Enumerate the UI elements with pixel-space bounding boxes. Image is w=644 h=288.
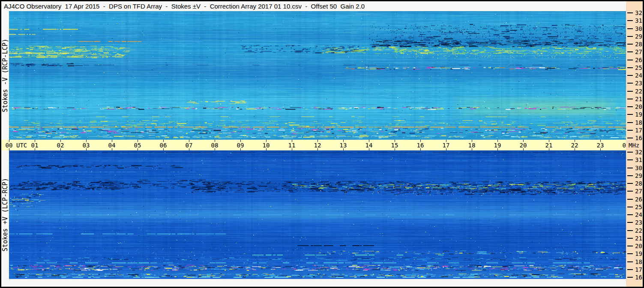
freq-tick bbox=[627, 175, 633, 176]
freq-tick bbox=[627, 246, 633, 246]
time-label: 08 bbox=[211, 142, 219, 149]
freq-tick bbox=[627, 114, 633, 115]
freq-tick bbox=[627, 261, 633, 262]
freq-label: 19 bbox=[635, 111, 643, 118]
freq-label: 32 bbox=[635, 9, 643, 16]
bottom-margin-strip bbox=[1, 279, 626, 287]
freq-label: 23 bbox=[635, 80, 643, 87]
freq-tick bbox=[627, 199, 633, 200]
freq-tick bbox=[627, 36, 633, 37]
freq-label: 22 bbox=[635, 88, 643, 95]
freq-tick bbox=[627, 106, 633, 107]
freq-tick bbox=[627, 238, 633, 239]
time-label: 18 bbox=[468, 142, 476, 149]
time-label: 16 bbox=[417, 142, 424, 149]
time-label: 06 bbox=[160, 142, 167, 149]
freq-tick bbox=[627, 75, 633, 76]
time-label: 07 bbox=[186, 142, 193, 149]
title-bar: AJ4CO Observatory 17 Apr 2015 - DPS on T… bbox=[1, 1, 626, 11]
time-axis-unit-utc: UTC bbox=[16, 142, 27, 149]
freq-label: 24 bbox=[635, 211, 643, 218]
time-label: 04 bbox=[108, 142, 116, 149]
freq-tick bbox=[627, 168, 633, 168]
freq-tick bbox=[627, 207, 633, 207]
freq-tick bbox=[627, 269, 633, 270]
freq-tick bbox=[627, 222, 633, 223]
freq-label: 32 bbox=[635, 149, 643, 156]
freq-label: 27 bbox=[635, 48, 643, 55]
time-label: 19 bbox=[494, 142, 501, 149]
freq-tick bbox=[627, 83, 633, 84]
observatory-spectrogram-window: AJ4CO Observatory 17 Apr 2015 - DPS on T… bbox=[0, 0, 644, 288]
freq-label: 27 bbox=[635, 188, 643, 195]
time-label: 12 bbox=[314, 142, 321, 149]
freq-tick bbox=[627, 28, 633, 29]
freq-label: 25 bbox=[635, 64, 643, 71]
freq-label: 28 bbox=[635, 180, 643, 187]
freq-label: 21 bbox=[635, 96, 643, 102]
freq-tick bbox=[627, 122, 633, 123]
freq-label: 21 bbox=[635, 235, 643, 242]
time-label: 11 bbox=[288, 142, 296, 149]
freq-tick bbox=[627, 230, 633, 231]
freq-label: 18 bbox=[635, 258, 643, 265]
time-label: 13 bbox=[340, 142, 347, 149]
stokes-minus-v-spectrogram bbox=[9, 11, 626, 140]
freq-label: 29 bbox=[635, 172, 643, 179]
freq-tick bbox=[627, 277, 633, 278]
freq-label: 17 bbox=[635, 266, 643, 273]
time-label: 10 bbox=[263, 142, 270, 149]
freq-label: 16 bbox=[635, 274, 643, 281]
freq-tick bbox=[627, 214, 633, 215]
time-label: 17 bbox=[443, 142, 450, 149]
freq-tick bbox=[627, 159, 633, 160]
time-label: 03 bbox=[83, 142, 90, 149]
time-label: 21 bbox=[545, 142, 553, 149]
freq-tick bbox=[627, 183, 633, 184]
time-label: 23 bbox=[597, 142, 604, 149]
freq-label: 28 bbox=[635, 41, 643, 48]
bottom-panel-axis-label: Stokes +V (LCP-RCP) bbox=[1, 178, 9, 252]
freq-tick bbox=[627, 99, 633, 99]
freq-label: 17 bbox=[635, 127, 643, 134]
freq-tick bbox=[627, 51, 633, 52]
freq-label: 31 bbox=[635, 156, 643, 163]
freq-label: 20 bbox=[635, 243, 643, 249]
freq-label: 16 bbox=[635, 135, 643, 141]
time-label: 20 bbox=[520, 142, 527, 149]
freq-tick bbox=[627, 191, 633, 192]
time-label: 05 bbox=[134, 142, 141, 149]
freq-label: 31 bbox=[635, 17, 643, 24]
freq-tick bbox=[627, 44, 633, 45]
freq-tick bbox=[627, 152, 633, 153]
time-label: 00 bbox=[6, 142, 13, 149]
freq-tick bbox=[627, 67, 633, 68]
time-axis: UTC 000102030405060708091011121314151617… bbox=[1, 140, 626, 150]
page-title: AJ4CO Observatory 17 Apr 2015 - DPS on T… bbox=[4, 3, 365, 10]
time-label: 15 bbox=[391, 142, 398, 149]
freq-label: 22 bbox=[635, 227, 643, 234]
freq-label: 26 bbox=[635, 196, 643, 203]
freq-tick bbox=[627, 91, 633, 92]
time-label: 09 bbox=[237, 142, 244, 149]
stokes-plus-v-spectrogram bbox=[9, 150, 626, 279]
freq-label: 24 bbox=[635, 72, 643, 79]
freq-tick bbox=[627, 138, 633, 138]
freq-label: 29 bbox=[635, 33, 643, 40]
time-label: 22 bbox=[571, 142, 578, 149]
time-label: 02 bbox=[57, 142, 64, 149]
frequency-axis-column: MHz 323130292827262524232221201918171632… bbox=[626, 1, 643, 287]
freq-label: 18 bbox=[635, 119, 643, 126]
freq-label: 30 bbox=[635, 25, 643, 32]
freq-tick bbox=[627, 12, 633, 13]
freq-label: 25 bbox=[635, 204, 643, 210]
freq-label: 30 bbox=[635, 165, 643, 171]
top-panel-axis-label: Stokes -V (RCP-LCP) bbox=[1, 39, 9, 112]
freq-label: 20 bbox=[635, 103, 643, 110]
freq-tick bbox=[627, 60, 633, 60]
freq-tick bbox=[627, 20, 633, 21]
freq-tick bbox=[627, 253, 633, 254]
frequency-axis-unit-mhz: MHz bbox=[629, 142, 639, 149]
freq-label: 19 bbox=[635, 250, 643, 257]
time-label: 14 bbox=[365, 142, 373, 149]
